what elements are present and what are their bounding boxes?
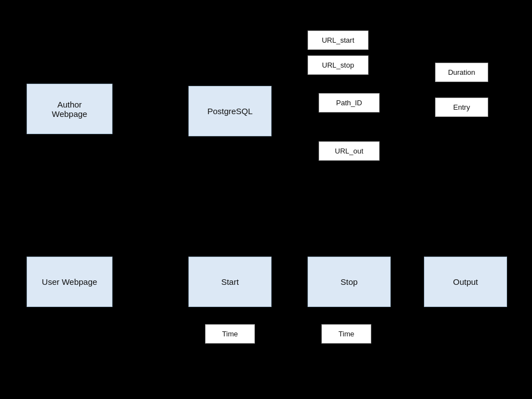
postgresql-label: PostgreSQL [207,106,253,116]
author-webpage-label: Author Webpage [52,100,88,119]
postgresql-box: PostgreSQL [188,86,272,136]
stop-box: Stop [308,257,391,307]
output-box: Output [424,257,507,307]
url-start-label: URL_start [322,36,355,44]
url-out-label: URL_out [335,147,363,155]
entry-box: Entry [435,98,488,117]
time-start-box: Time [205,324,255,344]
duration-box: Duration [435,63,488,82]
start-label: Start [221,277,239,287]
path-id-box: Path_ID [319,93,380,112]
time-start-label: Time [222,330,238,338]
duration-label: Duration [448,68,475,76]
user-webpage-box: User Webpage [27,257,112,307]
start-box: Start [188,257,272,307]
output-label: Output [453,277,478,287]
entry-label: Entry [453,103,470,111]
time-stop-box: Time [321,324,371,344]
url-out-box: URL_out [319,141,380,161]
url-stop-label: URL_stop [322,61,354,69]
time-stop-label: Time [339,330,354,338]
url-stop-box: URL_stop [308,55,369,75]
stop-label: Stop [341,277,358,287]
path-id-label: Path_ID [336,99,362,107]
url-start-box: URL_start [308,30,369,50]
author-webpage-box: Author Webpage [27,84,112,134]
user-webpage-label: User Webpage [42,277,98,287]
